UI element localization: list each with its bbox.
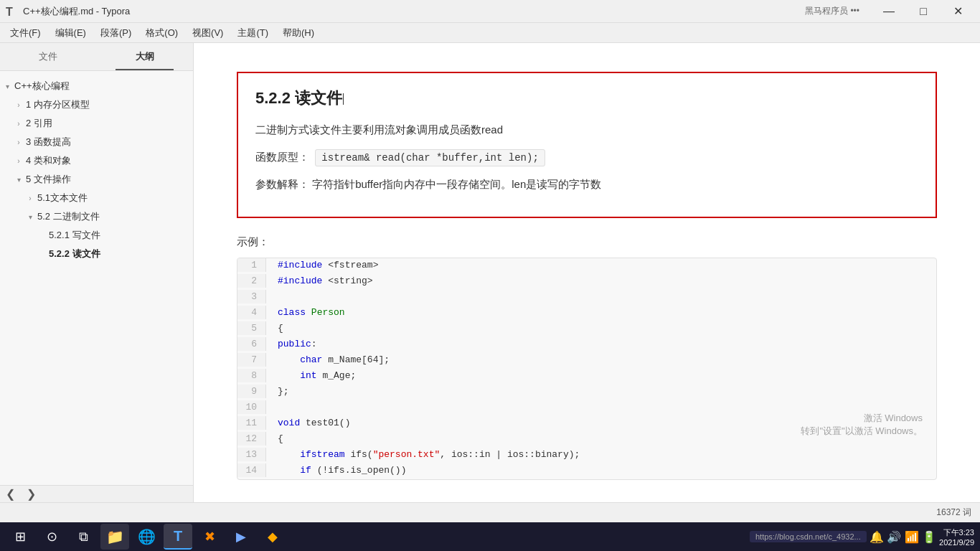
tree-item-521[interactable]: 5.2.1 写文件	[0, 226, 193, 245]
line-number: 1	[237, 258, 266, 272]
tree-item-522[interactable]: 5.2.2 读文件	[0, 245, 193, 263]
tree-item-label: 2 引用	[26, 117, 52, 130]
app7[interactable]: ◆	[258, 524, 287, 550]
chevron-icon: ›	[14, 157, 23, 165]
file-explorer-app[interactable]: 📁	[100, 524, 129, 550]
menu-theme[interactable]: 主题(T)	[230, 24, 275, 42]
tree-item-51[interactable]: › 5.1文本文件	[0, 189, 193, 207]
app5[interactable]: ✖	[195, 524, 224, 550]
tree-item-3[interactable]: › 3 函数提高	[0, 133, 193, 151]
sidebar-nav-left[interactable]: ❮	[6, 487, 15, 501]
line-number: 3	[237, 290, 266, 303]
tree-item-label: 5.2.1 写文件	[49, 229, 100, 242]
param-line: 参数解释： 字符指针buffer指向内存中一段存储空间。len是读写的字节数	[255, 175, 918, 194]
line-content	[266, 290, 295, 303]
chevron-icon: ›	[14, 138, 23, 146]
code-line: 6public:	[237, 337, 936, 353]
sidebar-tabs: 文件 大纲	[0, 43, 193, 71]
tree-item-label: C++核心编程	[14, 80, 70, 93]
time-display: 下午3:23	[939, 527, 974, 538]
main-layout: 文件 大纲 ▾ C++核心编程 › 1 内存分区模型 › 2 引用 › 3 函数…	[0, 43, 980, 502]
maximize-button[interactable]: □	[907, 1, 940, 22]
sidebar-bottom: ❮ ❯	[0, 485, 193, 502]
minimize-button[interactable]: —	[872, 1, 905, 22]
code-line: 13 ifstream ifs("person.txt", ios::in | …	[237, 448, 936, 463]
line-content: };	[266, 385, 301, 398]
sidebar-tree: ▾ C++核心编程 › 1 内存分区模型 › 2 引用 › 3 函数提高 › 4…	[0, 71, 193, 485]
chevron-icon: ▾	[3, 83, 11, 90]
line-number: 14	[237, 463, 266, 477]
chevron-icon	[37, 232, 46, 240]
tab-outline[interactable]: 大纲	[97, 43, 194, 70]
chevron-icon: ›	[26, 194, 34, 202]
line-number: 8	[237, 369, 266, 382]
line-content: public:	[266, 337, 329, 351]
line-number: 9	[237, 385, 266, 398]
date-display: 2021/9/29	[939, 538, 974, 547]
tree-item-root[interactable]: ▾ C++核心编程	[0, 77, 193, 95]
menu-view[interactable]: 视图(V)	[185, 24, 230, 42]
tree-item-label: 1 内存分区模型	[26, 98, 90, 111]
line-number: 7	[237, 353, 266, 367]
tree-item-52[interactable]: ▾ 5.2 二进制文件	[0, 207, 193, 226]
task-view-button[interactable]: ⧉	[69, 524, 98, 550]
line-content: #include <string>	[266, 274, 385, 288]
tree-item-5[interactable]: ▾ 5 文件操作	[0, 170, 193, 189]
tree-item-2[interactable]: › 2 引用	[0, 114, 193, 133]
app6[interactable]: ▶	[227, 524, 255, 550]
title-bar: T C++核心编程.md - Typora 黑马程序员 ••• — □ ✕	[0, 0, 980, 23]
line-content: char m_Name[64];	[266, 353, 401, 367]
menu-file[interactable]: 文件(F)	[3, 24, 48, 42]
chevron-icon: ›	[14, 120, 23, 128]
tree-item-1[interactable]: › 1 内存分区模型	[0, 95, 193, 114]
search-button[interactable]: ⊙	[37, 524, 66, 550]
tree-item-label: 4 类和对象	[26, 154, 71, 167]
proto-code: istream& read(char *buffer,int len);	[315, 149, 545, 166]
chevron-icon	[37, 250, 46, 258]
window-controls: — □ ✕	[872, 1, 974, 22]
chevron-icon: ▾	[14, 176, 23, 184]
proto-label: 函数原型：	[255, 151, 309, 163]
code-line: 5{	[237, 321, 936, 337]
line-content: class Person	[266, 306, 357, 319]
param-text: 字符指针buffer指向内存中一段存储空间。len是读写的字节数	[312, 178, 601, 190]
tree-item-4[interactable]: › 4 类和对象	[0, 151, 193, 170]
menu-format[interactable]: 格式(O)	[138, 24, 185, 42]
code-line: 4class Person	[237, 306, 936, 321]
line-number: 2	[237, 274, 266, 288]
start-button[interactable]: ⊞	[6, 524, 34, 550]
line-number: 10	[237, 400, 266, 414]
sidebar-nav-right[interactable]: ❯	[27, 487, 36, 501]
taskbar: ⊞ ⊙ ⧉ 📁 🌐 T ✖ ▶ ◆ https://blog.csdn.net/…	[0, 522, 980, 551]
taskbar-icons: 🔔 🔊 📶 🔋	[870, 530, 936, 544]
edge-app[interactable]: 🌐	[132, 524, 161, 550]
taskbar-left: ⊞ ⊙ ⧉ 📁 🌐 T ✖ ▶ ◆	[6, 524, 287, 550]
tree-item-label: 5.2 二进制文件	[37, 210, 100, 223]
line-number: 11	[237, 416, 266, 430]
code-line: 2#include <string>	[237, 274, 936, 290]
param-label: 参数解释：	[255, 178, 309, 190]
menu-help[interactable]: 帮助(H)	[275, 24, 321, 42]
typora-app[interactable]: T	[164, 524, 192, 550]
code-line: 8 int m_Age;	[237, 369, 936, 385]
content-area[interactable]: 5.2.2 读文件 二进制方式读文件主要利用流对象调用成员函数read 函数原型…	[194, 43, 980, 502]
menu-edit[interactable]: 编辑(E)	[48, 24, 93, 42]
line-number: 5	[237, 321, 266, 335]
line-content: int m_Age;	[266, 369, 367, 382]
code-line: 11void test01()	[237, 416, 936, 432]
tree-item-label: 5.1文本文件	[37, 192, 88, 204]
code-line: 3	[237, 290, 936, 306]
taskbar-right: https://blog.csdn.net/c_4932... 🔔 🔊 📶 🔋 …	[750, 527, 974, 547]
chevron-icon: ›	[14, 101, 23, 109]
proto-line: 函数原型： istream& read(char *buffer,int len…	[255, 148, 918, 167]
close-button[interactable]: ✕	[941, 1, 974, 22]
code-line: 14 if (!ifs.is_open())	[237, 463, 936, 479]
window-title: C++核心编程.md - Typora	[23, 5, 130, 18]
tree-item-label: 3 函数提高	[26, 136, 71, 149]
tree-item-label: 5.2.2 读文件	[49, 248, 100, 260]
menu-paragraph[interactable]: 段落(P)	[93, 24, 138, 42]
brand-logo: 黑马程序员 •••	[805, 5, 859, 17]
status-bar: 16372 词	[0, 502, 980, 522]
tab-file[interactable]: 文件	[0, 43, 97, 70]
line-number: 4	[237, 306, 266, 319]
